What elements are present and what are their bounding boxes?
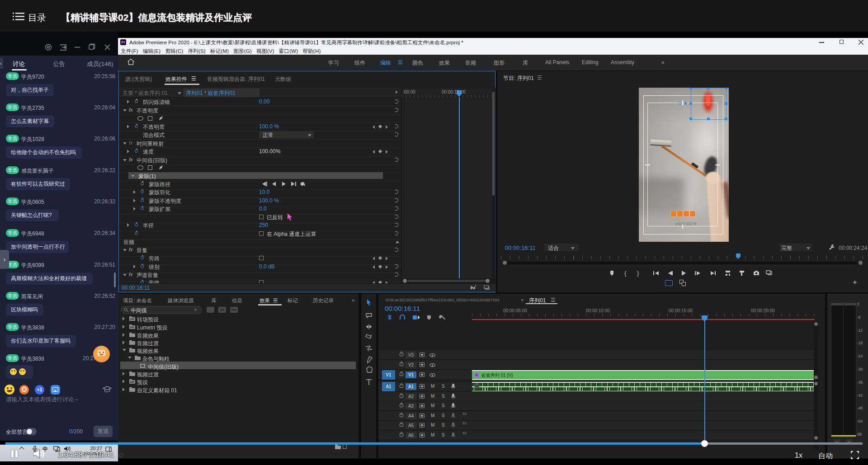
svg-text:}: } <box>637 270 639 277</box>
svg-text:{: { <box>624 270 627 277</box>
